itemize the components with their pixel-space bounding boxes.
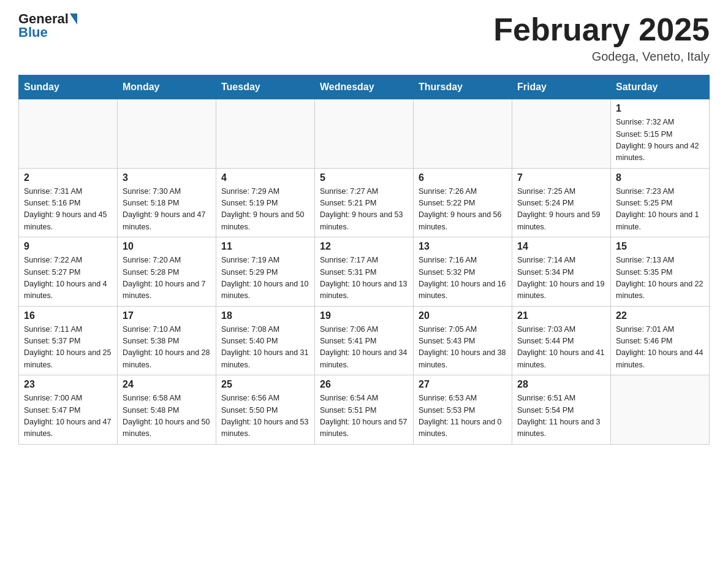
day-info: Sunrise: 7:23 AM Sunset: 5:25 PM Dayligh… — [616, 186, 704, 234]
table-row: 21Sunrise: 7:03 AM Sunset: 5:44 PM Dayli… — [512, 306, 611, 375]
day-number: 11 — [221, 241, 309, 252]
calendar-week-row: 16Sunrise: 7:11 AM Sunset: 5:37 PM Dayli… — [19, 306, 710, 375]
table-row: 26Sunrise: 6:54 AM Sunset: 5:51 PM Dayli… — [315, 375, 414, 445]
logo-general-text: General — [18, 12, 69, 26]
table-row — [216, 99, 315, 169]
day-number: 23 — [24, 379, 112, 390]
day-number: 27 — [419, 379, 507, 390]
day-number: 13 — [419, 241, 507, 252]
day-number: 4 — [221, 172, 309, 183]
title-block: February 2025 Godega, Veneto, Italy — [493, 12, 710, 64]
logo-top: General — [18, 12, 77, 26]
day-info: Sunrise: 7:08 AM Sunset: 5:40 PM Dayligh… — [221, 324, 309, 372]
day-number: 16 — [24, 310, 112, 321]
calendar-week-row: 9Sunrise: 7:22 AM Sunset: 5:27 PM Daylig… — [19, 237, 710, 307]
table-row: 13Sunrise: 7:16 AM Sunset: 5:32 PM Dayli… — [414, 237, 512, 307]
day-number: 18 — [221, 310, 309, 321]
day-info: Sunrise: 7:17 AM Sunset: 5:31 PM Dayligh… — [320, 255, 408, 302]
weekday-header-row: Sunday Monday Tuesday Wednesday Thursday… — [19, 75, 710, 99]
table-row: 14Sunrise: 7:14 AM Sunset: 5:34 PM Dayli… — [512, 237, 611, 307]
day-number: 25 — [221, 379, 309, 390]
location-text: Godega, Veneto, Italy — [493, 50, 710, 64]
day-number: 26 — [320, 379, 408, 390]
day-info: Sunrise: 7:16 AM Sunset: 5:32 PM Dayligh… — [419, 255, 507, 302]
table-row: 3Sunrise: 7:30 AM Sunset: 5:18 PM Daylig… — [118, 168, 216, 237]
table-row: 22Sunrise: 7:01 AM Sunset: 5:46 PM Dayli… — [611, 306, 710, 375]
table-row: 23Sunrise: 7:00 AM Sunset: 5:47 PM Dayli… — [19, 375, 118, 445]
day-info: Sunrise: 7:20 AM Sunset: 5:28 PM Dayligh… — [123, 255, 211, 302]
day-info: Sunrise: 7:03 AM Sunset: 5:44 PM Dayligh… — [517, 324, 605, 372]
day-info: Sunrise: 7:01 AM Sunset: 5:46 PM Dayligh… — [616, 324, 704, 372]
calendar-week-row: 1Sunrise: 7:32 AM Sunset: 5:15 PM Daylig… — [19, 99, 710, 169]
day-number: 2 — [24, 172, 112, 183]
table-row: 25Sunrise: 6:56 AM Sunset: 5:50 PM Dayli… — [216, 375, 315, 445]
header-sunday: Sunday — [19, 75, 118, 99]
header-saturday: Saturday — [611, 75, 710, 99]
day-info: Sunrise: 7:00 AM Sunset: 5:47 PM Dayligh… — [24, 393, 112, 440]
table-row: 4Sunrise: 7:29 AM Sunset: 5:19 PM Daylig… — [216, 168, 315, 237]
logo-arrow-icon — [70, 13, 77, 25]
table-row: 24Sunrise: 6:58 AM Sunset: 5:48 PM Dayli… — [118, 375, 216, 445]
table-row: 8Sunrise: 7:23 AM Sunset: 5:25 PM Daylig… — [611, 168, 710, 237]
table-row: 2Sunrise: 7:31 AM Sunset: 5:16 PM Daylig… — [19, 168, 118, 237]
header-monday: Monday — [118, 75, 216, 99]
table-row: 17Sunrise: 7:10 AM Sunset: 5:38 PM Dayli… — [118, 306, 216, 375]
day-number: 5 — [320, 172, 408, 183]
table-row — [19, 99, 118, 169]
table-row: 16Sunrise: 7:11 AM Sunset: 5:37 PM Dayli… — [19, 306, 118, 375]
day-number: 28 — [517, 379, 605, 390]
day-number: 24 — [123, 379, 211, 390]
table-row: 5Sunrise: 7:27 AM Sunset: 5:21 PM Daylig… — [315, 168, 414, 237]
day-number: 9 — [24, 241, 112, 252]
day-info: Sunrise: 6:56 AM Sunset: 5:50 PM Dayligh… — [221, 393, 309, 440]
day-info: Sunrise: 7:14 AM Sunset: 5:34 PM Dayligh… — [517, 255, 605, 302]
day-info: Sunrise: 7:11 AM Sunset: 5:37 PM Dayligh… — [24, 324, 112, 372]
table-row: 9Sunrise: 7:22 AM Sunset: 5:27 PM Daylig… — [19, 237, 118, 307]
table-row: 27Sunrise: 6:53 AM Sunset: 5:53 PM Dayli… — [414, 375, 512, 445]
table-row — [118, 99, 216, 169]
day-number: 7 — [517, 172, 605, 183]
day-number: 15 — [616, 241, 704, 252]
table-row — [315, 99, 414, 169]
day-number: 8 — [616, 172, 704, 183]
day-info: Sunrise: 7:06 AM Sunset: 5:41 PM Dayligh… — [320, 324, 408, 372]
day-info: Sunrise: 7:30 AM Sunset: 5:18 PM Dayligh… — [123, 186, 211, 234]
table-row: 10Sunrise: 7:20 AM Sunset: 5:28 PM Dayli… — [118, 237, 216, 307]
calendar-title: February 2025 — [493, 12, 710, 47]
calendar-week-row: 23Sunrise: 7:00 AM Sunset: 5:47 PM Dayli… — [19, 375, 710, 445]
table-row — [414, 99, 512, 169]
day-number: 20 — [419, 310, 507, 321]
day-info: Sunrise: 7:22 AM Sunset: 5:27 PM Dayligh… — [24, 255, 112, 302]
table-row: 28Sunrise: 6:51 AM Sunset: 5:54 PM Dayli… — [512, 375, 611, 445]
day-number: 3 — [123, 172, 211, 183]
header-friday: Friday — [512, 75, 611, 99]
day-info: Sunrise: 7:27 AM Sunset: 5:21 PM Dayligh… — [320, 186, 408, 234]
header-thursday: Thursday — [414, 75, 512, 99]
calendar-table: Sunday Monday Tuesday Wednesday Thursday… — [18, 75, 710, 445]
day-info: Sunrise: 7:10 AM Sunset: 5:38 PM Dayligh… — [123, 324, 211, 372]
logo: General Blue — [18, 12, 77, 40]
day-number: 1 — [616, 103, 704, 114]
table-row: 15Sunrise: 7:13 AM Sunset: 5:35 PM Dayli… — [611, 237, 710, 307]
table-row: 1Sunrise: 7:32 AM Sunset: 5:15 PM Daylig… — [611, 99, 710, 169]
table-row: 6Sunrise: 7:26 AM Sunset: 5:22 PM Daylig… — [414, 168, 512, 237]
day-info: Sunrise: 7:31 AM Sunset: 5:16 PM Dayligh… — [24, 186, 112, 234]
calendar-week-row: 2Sunrise: 7:31 AM Sunset: 5:16 PM Daylig… — [19, 168, 710, 237]
day-info: Sunrise: 6:54 AM Sunset: 5:51 PM Dayligh… — [320, 393, 408, 440]
logo-blue-text: Blue — [18, 25, 48, 40]
day-number: 19 — [320, 310, 408, 321]
day-number: 22 — [616, 310, 704, 321]
day-number: 14 — [517, 241, 605, 252]
table-row: 19Sunrise: 7:06 AM Sunset: 5:41 PM Dayli… — [315, 306, 414, 375]
day-info: Sunrise: 6:53 AM Sunset: 5:53 PM Dayligh… — [419, 393, 507, 440]
page-header: General Blue February 2025 Godega, Venet… — [18, 12, 710, 64]
header-tuesday: Tuesday — [216, 75, 315, 99]
day-number: 17 — [123, 310, 211, 321]
day-info: Sunrise: 7:26 AM Sunset: 5:22 PM Dayligh… — [419, 186, 507, 234]
day-info: Sunrise: 7:29 AM Sunset: 5:19 PM Dayligh… — [221, 186, 309, 234]
table-row — [512, 99, 611, 169]
table-row: 20Sunrise: 7:05 AM Sunset: 5:43 PM Dayli… — [414, 306, 512, 375]
day-info: Sunrise: 6:51 AM Sunset: 5:54 PM Dayligh… — [517, 393, 605, 440]
table-row: 11Sunrise: 7:19 AM Sunset: 5:29 PM Dayli… — [216, 237, 315, 307]
day-info: Sunrise: 7:19 AM Sunset: 5:29 PM Dayligh… — [221, 255, 309, 302]
